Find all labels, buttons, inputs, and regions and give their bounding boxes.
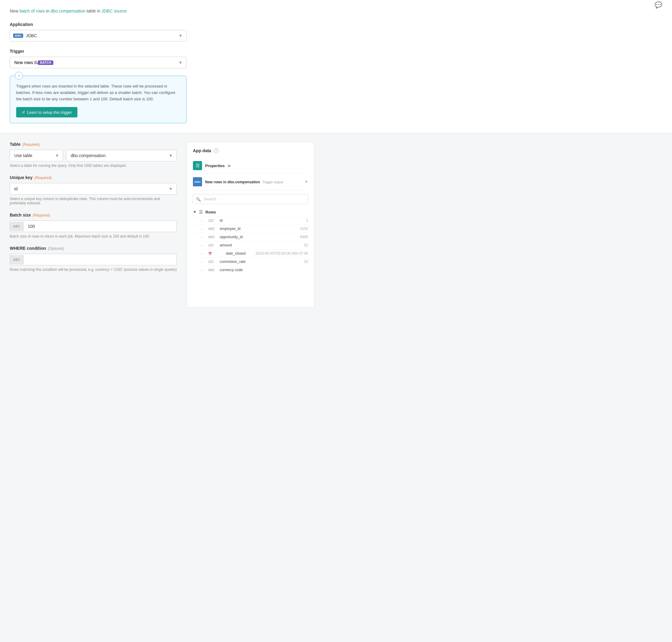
breadcrumb-mid2: table in	[85, 9, 102, 13]
sidebar-data-row[interactable]: — 📅 date_closed 2018-05-03T03:00:00.000-…	[193, 249, 308, 257]
properties-row[interactable]: ☰ Properties ▶	[193, 158, 308, 174]
app-data-title: App data ?	[193, 148, 308, 153]
row-type: ABC	[208, 227, 217, 231]
external-link-icon: ➚	[22, 110, 25, 115]
row-dash: —	[200, 243, 205, 248]
where-condition-label: WHERE condition(Optional)	[10, 246, 177, 251]
where-condition-input-wrapper: ABC	[10, 254, 177, 265]
application-label: Application	[10, 22, 662, 27]
sidebar-data-row[interactable]: — ABC opportunity_id 6985	[193, 233, 308, 241]
chat-bubble-icon[interactable]: 💬	[655, 1, 662, 9]
trigger-output-label: Trigger output	[262, 180, 283, 184]
application-select[interactable]: JDBC	[10, 30, 186, 41]
breadcrumb-mid1: in	[45, 9, 51, 13]
table-name-select[interactable]: dbo.compensation	[66, 150, 176, 161]
batch-size-input[interactable]	[24, 221, 176, 232]
row-field-name: employee_id	[220, 227, 298, 231]
unique-key-required: (Required)	[35, 176, 52, 180]
row-field-value: 2018-05-03T03:00:00.000-07:00	[255, 251, 308, 256]
row-dash: —	[200, 259, 205, 264]
batch-size-section: Batch size(Required) ABC Batch size of r…	[10, 213, 177, 239]
row-dash: —	[200, 218, 205, 223]
sidebar-data-row[interactable]: — 123 id 1	[193, 216, 308, 224]
batch-size-type-badge: ABC	[10, 222, 24, 231]
breadcrumb: New batch of rows in dbo.compensation ta…	[10, 9, 662, 13]
search-input[interactable]	[193, 194, 308, 204]
rows-label: Rows	[206, 210, 216, 215]
row-field-name: opportunity_id	[220, 235, 298, 239]
rows-section: ▼ ☰ Rows — 123 id 1 — ABC employee_id 41…	[193, 208, 308, 274]
search-wrapper: 🔍	[193, 194, 308, 204]
list-icon: ☰	[196, 163, 200, 168]
form-panel: Table(Required) Use table ▼ dbo.compensa…	[10, 142, 186, 308]
where-condition-section: WHERE condition(Optional) ABC Rows match…	[10, 246, 177, 272]
row-dash: —	[200, 268, 205, 272]
batch-size-required: (Required)	[32, 213, 50, 217]
row-field-name: id	[220, 218, 304, 223]
rows-list-icon: ☰	[199, 209, 203, 215]
trigger-info: New rows in dbo.compensation Trigger out…	[205, 179, 301, 184]
row-type: 123	[208, 260, 217, 264]
row-field-value: 1	[306, 218, 308, 223]
rows-header[interactable]: ▼ ☰ Rows	[193, 208, 308, 216]
trigger-select[interactable]: New rows BATCH	[10, 57, 186, 68]
row-dash: —	[200, 234, 205, 240]
date-type-icon: 📅	[208, 252, 212, 255]
properties-icon: ☰	[193, 161, 202, 170]
sidebar-panel: App data ? ☰ Properties ▶ JDBC New rows …	[186, 142, 315, 308]
trigger-output-row[interactable]: JDBC New rows in dbo.compensation Trigge…	[193, 174, 308, 190]
help-icon[interactable]: ?	[214, 148, 219, 153]
trigger-dropdown-icon: ▼	[304, 180, 308, 184]
row-field-name: currency code	[220, 268, 308, 272]
row-type: ABC	[208, 235, 217, 239]
row-field-name: date_closed	[226, 251, 253, 256]
table-label: Table(Required)	[10, 142, 177, 147]
jdbc-logo: JDBC	[13, 34, 23, 38]
info-box: i Triggers when rows are inserted in the…	[10, 76, 186, 123]
learn-button-label: Learn to setup this trigger	[27, 110, 72, 115]
sidebar-data-row[interactable]: — 123 commision_rate 23	[193, 257, 308, 266]
row-field-name: commision_rate	[220, 259, 302, 264]
info-text: Triggers when rows are inserted in the s…	[16, 83, 180, 102]
where-condition-hint: Rows matching this condition will be pro…	[10, 268, 177, 272]
sidebar-data-row[interactable]: — ABC employee_id 4152	[193, 224, 308, 233]
search-icon: 🔍	[196, 197, 201, 201]
sidebar-data-row[interactable]: — ABC currency code	[193, 266, 308, 274]
breadcrumb-link-table[interactable]: dbo.compensation	[51, 9, 85, 13]
row-dash: —	[200, 226, 205, 231]
row-field-value: 52	[304, 243, 308, 247]
breadcrumb-link-batch-rows[interactable]: batch of rows	[19, 9, 45, 13]
batch-size-input-wrapper: ABC	[10, 220, 177, 232]
properties-arrow-icon: ▶	[228, 164, 231, 168]
row-dash: —	[200, 251, 205, 256]
where-condition-type-badge: ABC	[10, 255, 24, 265]
unique-key-section: Unique key(Required) id ▼ Select a uniqu…	[10, 175, 177, 205]
row-type: ABC	[208, 268, 217, 272]
where-condition-optional: (Optional)	[48, 246, 64, 251]
table-name-select-wrapper: dbo.compensation ▼	[66, 150, 177, 161]
table-type-select-wrapper: Use table ▼	[10, 150, 63, 161]
breadcrumb-link-source[interactable]: JDBC source	[102, 9, 127, 13]
trigger-label: Trigger	[10, 49, 662, 54]
trigger-output-name: New rows in dbo.compensation	[205, 180, 260, 184]
row-field-value: 6985	[300, 235, 308, 239]
trigger-select-wrapper: New rows BATCH New rows BATCH ▼	[10, 57, 186, 68]
data-rows-container: — 123 id 1 — ABC employee_id 4152 — ABC …	[193, 216, 308, 274]
table-section: Table(Required) Use table ▼ dbo.compensa…	[10, 142, 177, 168]
batch-size-hint: Batch size of rows to return in each job…	[10, 234, 177, 239]
properties-label: Properties	[205, 164, 225, 168]
unique-key-select[interactable]: id	[10, 183, 176, 194]
batch-size-label: Batch size(Required)	[10, 213, 177, 217]
info-icon: i	[15, 72, 23, 80]
table-type-select[interactable]: Use table	[10, 150, 63, 161]
row-field-name: amount	[220, 243, 302, 247]
learn-trigger-button[interactable]: ➚ Learn to setup this trigger	[16, 107, 77, 117]
row-type: 123	[208, 244, 217, 247]
row-field-value: 23	[304, 259, 308, 264]
sidebar-data-row[interactable]: — 123 amount 52	[193, 241, 308, 249]
breadcrumb-pre: New	[10, 9, 19, 13]
where-condition-input[interactable]	[24, 254, 176, 265]
jdbc-small-logo: JDBC	[193, 177, 202, 187]
rows-collapse-icon: ▼	[193, 210, 197, 214]
unique-key-label: Unique key(Required)	[10, 175, 177, 180]
